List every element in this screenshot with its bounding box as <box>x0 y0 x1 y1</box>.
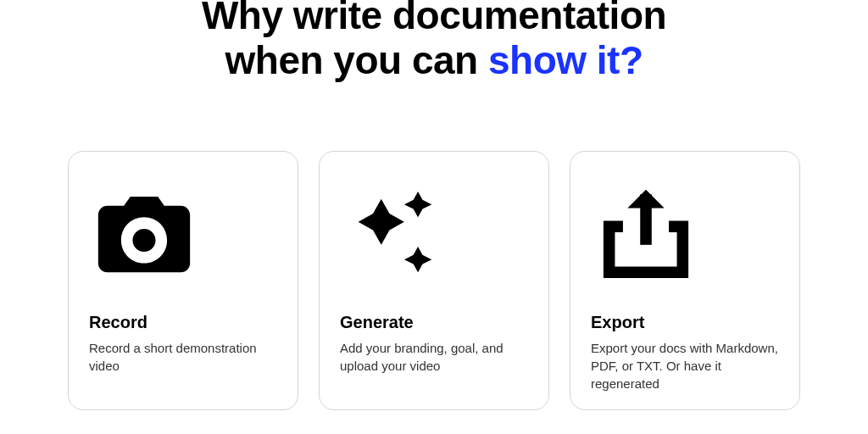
card-export: Export Export your docs with Markdown, P… <box>570 151 800 410</box>
card-title: Generate <box>340 313 528 332</box>
card-record: Record Record a short demonstration vide… <box>68 151 298 410</box>
camera-icon <box>89 172 277 299</box>
card-desc: Record a short demonstration video <box>89 339 277 375</box>
card-desc: Add your branding, goal, and upload your… <box>340 339 528 375</box>
export-icon <box>591 172 779 299</box>
card-title: Export <box>591 313 779 332</box>
feature-cards: Record Record a short demonstration vide… <box>0 151 868 410</box>
heading-line2-prefix: when you can <box>225 38 488 82</box>
heading-accent: show it? <box>488 38 643 82</box>
card-title: Record <box>89 313 277 332</box>
page-heading: Why write documentation when you can sho… <box>0 0 868 83</box>
heading-line1: Why write documentation <box>202 0 666 37</box>
sparkles-icon <box>340 172 528 299</box>
card-desc: Export your docs with Markdown, PDF, or … <box>591 339 779 392</box>
card-generate: Generate Add your branding, goal, and up… <box>319 151 549 410</box>
